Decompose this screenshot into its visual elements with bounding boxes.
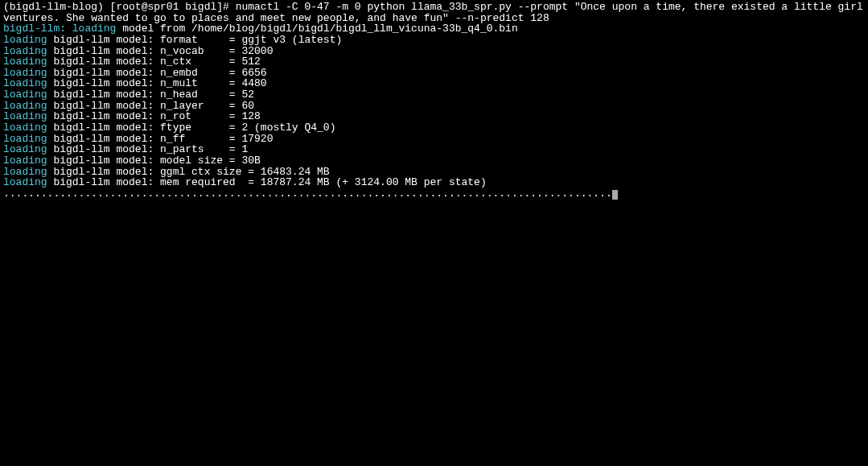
- terminal-line: ........................................…: [3, 188, 865, 200]
- terminal-line: loading bigdl-llm model: n_rot = 128: [3, 111, 865, 122]
- terminal-line: loading bigdl-llm model: n_ff = 17920: [3, 134, 865, 145]
- terminal-line: ventures. She wanted to go to places and…: [3, 13, 865, 24]
- terminal-line: loading bigdl-llm model: n_layer = 60: [3, 101, 865, 112]
- terminal-line: loading bigdl-llm model: mem required = …: [3, 177, 865, 188]
- terminal-line: loading bigdl-llm model: n_ctx = 512: [3, 56, 865, 68]
- terminal-output[interactable]: (bigdl-llm-blog) [root@spr01 bigdl]# num…: [3, 2, 865, 200]
- terminal-line: loading bigdl-llm model: format = ggjt v…: [3, 35, 865, 46]
- terminal-cursor: [612, 190, 618, 200]
- terminal-line: loading bigdl-llm model: n_embd = 6656: [3, 68, 865, 79]
- terminal-line: loading bigdl-llm model: n_vocab = 32000: [3, 46, 865, 57]
- terminal-line: loading bigdl-llm model: n_head = 52: [3, 89, 865, 101]
- terminal-line: loading bigdl-llm model: ftype = 2 (most…: [3, 122, 865, 134]
- terminal-line: loading bigdl-llm model: n_mult = 4480: [3, 78, 865, 89]
- terminal-line: (bigdl-llm-blog) [root@spr01 bigdl]# num…: [3, 2, 865, 13]
- terminal-line: loading bigdl-llm model: n_parts = 1: [3, 144, 865, 155]
- terminal-text: ........................................…: [3, 188, 612, 200]
- terminal-line: loading bigdl-llm model: ggml ctx size =…: [3, 167, 865, 178]
- terminal-line: loading bigdl-llm model: model size = 30…: [3, 155, 865, 167]
- terminal-line: bigdl-llm: loading model from /home/blog…: [3, 23, 865, 35]
